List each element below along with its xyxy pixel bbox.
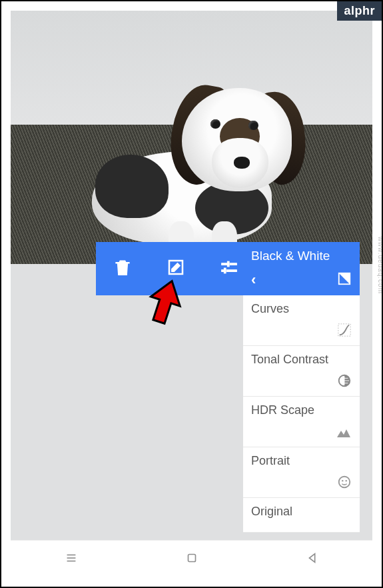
effect-label: Curves (251, 302, 352, 316)
back-icon (305, 551, 320, 565)
curves-icon (337, 323, 352, 340)
effect-label: Tonal Contrast (251, 353, 352, 367)
svg-point-11 (342, 480, 343, 481)
effects-panel-active[interactable]: Black & White ‹ (243, 242, 360, 295)
effect-item-curves[interactable]: Curves (243, 295, 360, 346)
effect-item-original[interactable]: Original (243, 498, 360, 533)
active-effect-label: Black & White (251, 249, 352, 263)
watermark: www.deuaq.com (377, 237, 384, 294)
edit-button[interactable] (166, 257, 186, 280)
effect-item-tonal-contrast[interactable]: Tonal Contrast (243, 346, 360, 397)
effects-panel: Black & White ‹ Curves Tonal Contrast HD… (243, 242, 360, 533)
home-icon (185, 551, 199, 565)
brand-badge: alphr (337, 1, 382, 21)
nav-back-button[interactable] (305, 551, 320, 568)
pointer-arrow-annotation (147, 279, 183, 325)
svg-rect-0 (228, 261, 230, 267)
nav-home-button[interactable] (185, 551, 199, 568)
sliders-icon (219, 257, 239, 277)
chevron-left-icon[interactable]: ‹ (251, 271, 256, 289)
effect-label: Portrait (251, 454, 352, 468)
contrast-square-icon (337, 271, 352, 289)
svg-point-12 (346, 480, 347, 481)
svg-rect-1 (224, 268, 226, 273)
face-icon (337, 475, 352, 492)
nav-recents-button[interactable] (64, 551, 79, 568)
app-screen: Black & White ‹ Curves Tonal Contrast HD… (11, 11, 372, 577)
effect-label: Original (251, 505, 352, 519)
svg-point-10 (339, 477, 350, 488)
adjust-button[interactable] (219, 257, 239, 280)
trash-icon (113, 257, 133, 277)
svg-rect-16 (188, 554, 195, 561)
effect-label: HDR Scape (251, 403, 352, 417)
recents-icon (64, 551, 79, 565)
android-navbar (11, 540, 372, 577)
delete-button[interactable] (113, 257, 133, 280)
edit-icon (166, 257, 186, 277)
photo-preview[interactable] (11, 11, 372, 264)
effect-item-portrait[interactable]: Portrait (243, 447, 360, 498)
effect-item-hdr-scape[interactable]: HDR Scape (243, 397, 360, 447)
photo-subject-dog (72, 71, 312, 251)
tonal-contrast-icon (337, 373, 352, 391)
mountains-icon (336, 427, 352, 441)
